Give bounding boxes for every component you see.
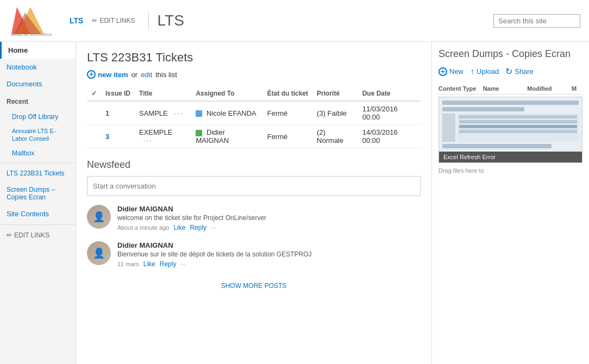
share-icon: ↻ bbox=[505, 66, 512, 77]
mock-bar-1 bbox=[442, 101, 579, 105]
col-due-date: Due Date bbox=[358, 86, 421, 101]
content-area: LTS 223B31 Tickets + new item or edit th… bbox=[76, 42, 589, 364]
row-due-date: 11/03/2016 00:00 bbox=[358, 101, 421, 125]
nav-links: LTS ✏ EDIT LINKS bbox=[70, 16, 135, 25]
sidebar-item-notebook[interactable]: Notebook bbox=[0, 59, 76, 76]
row-title: SAMPLE ··· bbox=[135, 101, 191, 125]
page-title: LTS 223B31 Tickets bbox=[87, 51, 421, 65]
sidebar-item-site-contents[interactable]: Site Contents bbox=[0, 205, 76, 222]
main-content: LTS 223B31 Tickets + new item or edit th… bbox=[76, 42, 431, 364]
posts-container: 👤 Didier MAIGNAN welcome on the ticket s… bbox=[87, 205, 421, 268]
col-priorite: Priorité bbox=[312, 86, 358, 101]
sidebar-item-drop-off-library[interactable]: Drop Off Library bbox=[0, 110, 76, 124]
panel-table-header: Content Type Name Modified M bbox=[438, 83, 582, 95]
row-due-date: 14/03/2016 00:00 bbox=[358, 125, 421, 148]
upload-icon: ↑ bbox=[470, 67, 474, 77]
post-reply-btn[interactable]: Reply bbox=[160, 260, 177, 268]
post-author: Didier MAIGNAN bbox=[117, 241, 421, 249]
screenshot-card[interactable]: Excel Refresh Error bbox=[438, 97, 582, 163]
post-item: 👤 Didier MAIGNAN Bienvenue sur le site d… bbox=[87, 241, 421, 268]
conversation-input[interactable] bbox=[87, 176, 421, 196]
newsfeed-section: Newsfeed 👤 Didier MAIGNAN welcome on the… bbox=[87, 159, 421, 294]
mock-row-3 bbox=[459, 125, 577, 128]
mock-sidebar-mini bbox=[442, 114, 455, 142]
table-row: 1 SAMPLE ··· Nicole EFANDA Fermé (3) Fai… bbox=[87, 101, 421, 125]
sidebar-item-lts-tickets[interactable]: LTS 223B31 Tickets bbox=[0, 165, 76, 181]
row-assigned: Didier MAIGNAN bbox=[191, 125, 262, 148]
screenshot-label: Excel Refresh Error bbox=[439, 152, 582, 162]
top-edit-links-btn[interactable]: ✏ EDIT LINKS bbox=[92, 17, 135, 24]
sidebar-item-mailbox[interactable]: Mailbox bbox=[0, 146, 76, 160]
edit-list-link[interactable]: edit bbox=[141, 71, 152, 79]
post-avatar-inner: 👤 bbox=[87, 205, 111, 229]
assigned-avatar bbox=[196, 110, 202, 117]
row-dots-menu[interactable]: ··· bbox=[174, 109, 183, 117]
post-meta: 11 mars Like Reply ··· bbox=[117, 260, 421, 268]
row-title: EXEMPLE ··· bbox=[135, 125, 191, 148]
circle-plus-icon: + bbox=[87, 70, 96, 79]
assigned-name: Nicole EFANDA bbox=[206, 109, 256, 117]
post-like-btn[interactable]: Like bbox=[173, 224, 185, 231]
post-reply-btn[interactable]: Reply bbox=[190, 224, 206, 231]
panel-actions: + New ↑ Upload ↻ Share bbox=[438, 66, 582, 77]
row-priorite: (2) Normale bbox=[312, 125, 358, 148]
issue-id-link[interactable]: 1 bbox=[105, 109, 109, 117]
show-more-posts-btn[interactable]: SHOW MORE POSTS bbox=[87, 278, 421, 294]
row-title-text: EXEMPLE bbox=[139, 128, 172, 136]
mock-bar-3 bbox=[442, 144, 552, 148]
sidebar-item-home[interactable]: Home bbox=[0, 42, 76, 59]
site-title: LTS bbox=[148, 12, 184, 29]
sidebar-recent-header: Recent bbox=[0, 92, 76, 110]
logo-area: Artisan de Votre Autonomie LTS ✏ EDIT LI… bbox=[9, 4, 184, 37]
pencil-icon: ✏ bbox=[92, 17, 97, 24]
upload-button[interactable]: ↑ Upload bbox=[470, 67, 499, 77]
nav-lts-link[interactable]: LTS bbox=[70, 16, 83, 25]
row-etat: Fermé bbox=[263, 101, 312, 125]
sidebar-item-annuaire[interactable]: Annuaire LTS E-Labor Conseil bbox=[0, 124, 76, 146]
mock-row-1 bbox=[459, 115, 577, 118]
mock-screen bbox=[439, 97, 582, 152]
tickets-table: ✓ Issue ID Title Assigned To État du tic… bbox=[87, 86, 421, 148]
post-time: About a minute ago bbox=[117, 224, 169, 231]
row-etat: Fermé bbox=[263, 125, 312, 148]
drag-files-hint: Drag files here to bbox=[438, 167, 582, 174]
post-meta: About a minute ago Like Reply ··· bbox=[117, 224, 421, 231]
mock-bar-2 bbox=[442, 107, 524, 111]
post-time: 11 mars bbox=[117, 261, 139, 267]
col-name: Name bbox=[483, 85, 525, 92]
col-issue-id: Issue ID bbox=[101, 86, 135, 101]
col-content-type: Content Type bbox=[438, 85, 481, 92]
mock-row-4 bbox=[459, 130, 577, 133]
new-item-button[interactable]: + new item bbox=[87, 70, 128, 79]
sidebar-divider-2 bbox=[0, 224, 76, 225]
col-m: M bbox=[572, 85, 582, 92]
new-button[interactable]: + New bbox=[438, 67, 463, 76]
share-button[interactable]: ↻ Share bbox=[505, 66, 534, 77]
sidebar-item-documents[interactable]: Documents bbox=[0, 76, 76, 92]
row-assigned: Nicole EFANDA bbox=[191, 101, 262, 125]
new-item-label: new item bbox=[98, 71, 128, 79]
table-row: 3 EXEMPLE ··· Didier MAIGNAN Fermé (2) N… bbox=[87, 125, 421, 148]
sidebar-edit-links-btn[interactable]: ✏ EDIT LINKS bbox=[0, 227, 76, 243]
post-more-dots[interactable]: ··· bbox=[180, 261, 185, 267]
sidebar-item-screen-dumps[interactable]: Screen Dumps – Copies Ecran bbox=[0, 181, 76, 205]
sidebar-divider bbox=[0, 162, 76, 163]
row-priorite: (3) Faible bbox=[312, 101, 358, 125]
sidebar: Home Notebook Documents Recent Drop Off … bbox=[0, 42, 76, 364]
col-title: Title bbox=[135, 86, 191, 101]
mock-content bbox=[442, 114, 579, 142]
row-dots-menu[interactable]: ··· bbox=[143, 136, 153, 145]
post-more-dots[interactable]: ··· bbox=[211, 224, 216, 231]
search-input[interactable] bbox=[493, 14, 580, 28]
col-modified: Modified bbox=[527, 85, 569, 92]
issue-id-link[interactable]: 3 bbox=[105, 133, 109, 141]
post-avatar: 👤 bbox=[87, 241, 111, 265]
mock-main-mini bbox=[458, 114, 579, 142]
post-like-btn[interactable]: Like bbox=[143, 260, 155, 268]
post-body: Didier MAIGNAN Bienvenue sur le site de … bbox=[117, 241, 421, 268]
right-panel: Screen Dumps - Copies Ecran + New ↑ Uplo… bbox=[431, 42, 589, 364]
valor-conseil-logo: Artisan de Votre Autonomie bbox=[9, 4, 52, 37]
newsfeed-title: Newsfeed bbox=[87, 159, 421, 171]
col-assigned-to: Assigned To bbox=[191, 86, 262, 101]
row-title-text: SAMPLE bbox=[139, 109, 168, 117]
